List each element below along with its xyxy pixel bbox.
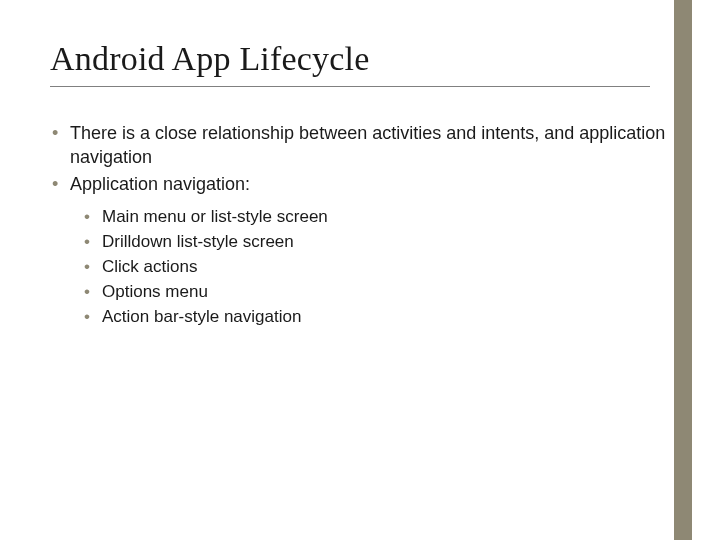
slide-title: Android App Lifecycle (50, 40, 670, 78)
sub-bullet-item: • Options menu (84, 281, 670, 304)
bullet-item: • There is a close relationship between … (52, 121, 670, 170)
bullet-icon: • (84, 306, 102, 329)
sub-bullet-item: • Drilldown list-style screen (84, 231, 670, 254)
slide: Android App Lifecycle • There is a close… (0, 0, 720, 540)
bullet-icon: • (84, 231, 102, 254)
sub-bullet-item: • Click actions (84, 256, 670, 279)
sub-bullet-text: Click actions (102, 256, 197, 279)
bullet-icon: • (84, 206, 102, 229)
bullet-icon: • (52, 121, 70, 145)
bullet-text: Application navigation: (70, 172, 250, 196)
bullet-text: There is a close relationship between ac… (70, 121, 670, 170)
sub-bullet-list: • Main menu or list-style screen • Drill… (52, 206, 670, 329)
sub-bullet-text: Drilldown list-style screen (102, 231, 294, 254)
accent-bar (674, 0, 692, 540)
bullet-icon: • (84, 256, 102, 279)
bullet-icon: • (52, 172, 70, 196)
sub-bullet-item: • Main menu or list-style screen (84, 206, 670, 229)
bullet-item: • Application navigation: (52, 172, 670, 196)
bullet-icon: • (84, 281, 102, 304)
slide-content: • There is a close relationship between … (50, 121, 670, 329)
sub-bullet-text: Action bar-style navigation (102, 306, 301, 329)
sub-bullet-item: • Action bar-style navigation (84, 306, 670, 329)
sub-bullet-text: Main menu or list-style screen (102, 206, 328, 229)
sub-bullet-text: Options menu (102, 281, 208, 304)
title-underline (50, 86, 650, 87)
